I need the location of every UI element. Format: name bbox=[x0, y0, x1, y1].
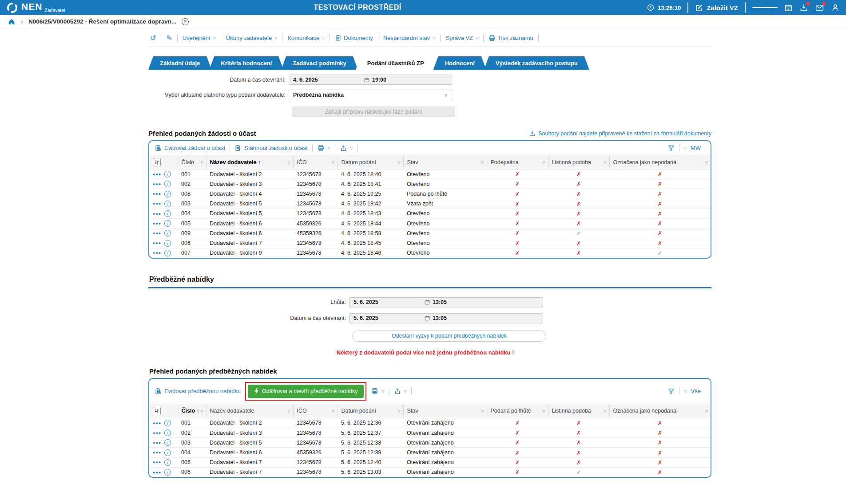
column-header[interactable]: Podepsána▽ bbox=[487, 155, 548, 169]
submission-type-select[interactable]: Předběžná nabídka ∨ bbox=[289, 90, 452, 100]
tab-zadavaci-podminky[interactable]: Zadávací podmínky bbox=[281, 56, 358, 70]
open-datetime-field[interactable]: 4. 6. 2025 19:00 bbox=[289, 75, 452, 85]
table-row[interactable]: ●●●i004Dodavatel - školení 6453593265. 6… bbox=[149, 448, 711, 457]
column-header[interactable]: Listinná podoba▽ bbox=[548, 155, 609, 169]
column-filter-icon[interactable]: ▽ bbox=[332, 160, 334, 164]
column-filter-icon[interactable]: ▽ bbox=[542, 160, 545, 164]
row-menu-icon[interactable]: ●●● bbox=[153, 470, 161, 475]
evidovat-nabidku-button[interactable]: Evidovat předběžnou nabídku bbox=[155, 388, 241, 395]
next-phase-button[interactable]: Zahájit přípravu následující fáze podání bbox=[292, 106, 455, 117]
column-header[interactable]: Listinná podoba▽ bbox=[548, 404, 609, 418]
user-icon[interactable] bbox=[831, 3, 840, 12]
column-header[interactable]: Stav▽ bbox=[403, 404, 487, 418]
menu-uverejneni[interactable]: Uveřejnění▽ bbox=[183, 35, 216, 41]
column-header[interactable]: Název dodavatele▽ bbox=[206, 404, 293, 418]
row-menu-icon[interactable]: ●●● bbox=[153, 201, 161, 206]
breadcrumb-record-title[interactable]: N006/25/V00005292 - Řešení optimalizace … bbox=[28, 18, 176, 25]
row-info-icon[interactable]: i bbox=[164, 459, 171, 466]
table-row[interactable]: ●●●i004Dodavatel - školení 5123456784. 6… bbox=[149, 209, 711, 218]
tab-vysledek-zadavaciho-postupu[interactable]: Výsledek zadávacího postupu bbox=[484, 56, 589, 70]
export-button[interactable]: ▽ bbox=[340, 145, 353, 152]
row-info-icon[interactable]: i bbox=[164, 469, 171, 476]
column-header[interactable]: Číslo▽ bbox=[178, 155, 206, 169]
column-header[interactable]: Název dodavatele ↑▽ bbox=[206, 155, 293, 169]
mail-icon[interactable] bbox=[815, 3, 824, 12]
filter-icon[interactable] bbox=[667, 144, 675, 152]
column-filter-icon[interactable]: ▽ bbox=[332, 409, 334, 413]
row-menu-icon[interactable]: ●●● bbox=[153, 241, 161, 245]
downloads-icon[interactable] bbox=[799, 3, 808, 12]
menu-dokumenty[interactable]: Dokumenty bbox=[335, 35, 373, 41]
menu-nestandardni-stav[interactable]: Nestandardní stav▽ bbox=[383, 35, 436, 41]
tab-podani-ucastniku-zp[interactable]: Podání účastníků ZP bbox=[356, 56, 436, 70]
row-menu-icon[interactable]: ●●● bbox=[153, 450, 161, 455]
column-header[interactable]: Označena jako nepodaná▽ bbox=[609, 404, 711, 418]
row-info-icon[interactable]: i bbox=[164, 171, 171, 177]
column-filter-icon[interactable]: ▽ bbox=[287, 160, 290, 164]
table-row[interactable]: ●●●i003Dodavatel - školení 5123456784. 6… bbox=[149, 199, 711, 209]
table-row[interactable]: ●●●i002Dodavatel - školení 3123456785. 6… bbox=[149, 428, 711, 438]
column-chooser-icon[interactable] bbox=[153, 407, 161, 415]
tab-kriteria-hodnoceni[interactable]: Kritéria hodnocení bbox=[209, 56, 283, 70]
row-menu-icon[interactable]: ●●● bbox=[153, 431, 161, 435]
row-menu-icon[interactable]: ●●● bbox=[153, 221, 161, 226]
history-button[interactable]: ↺ bbox=[150, 35, 156, 42]
column-header[interactable]: Podaná po lhůtě▽ bbox=[487, 404, 548, 418]
chevron-down-icon[interactable]: ▽ bbox=[684, 146, 687, 150]
menu-komunikace[interactable]: Komunikace▽ bbox=[287, 35, 325, 41]
table-row[interactable]: ●●●i001Dodavatel - školení 2123456784. 6… bbox=[149, 169, 711, 179]
row-menu-icon[interactable]: ●●● bbox=[153, 421, 161, 425]
export-button[interactable]: ▽ bbox=[394, 388, 407, 395]
row-info-icon[interactable]: i bbox=[164, 191, 171, 197]
row-menu-icon[interactable]: ●●● bbox=[153, 182, 161, 186]
table-row[interactable]: ●●●i008Dodavatel - školení 4123456784. 6… bbox=[149, 189, 711, 199]
table-row[interactable]: ●●●i007Dodavatel - školení 9123456784. 6… bbox=[149, 248, 711, 258]
column-filter-icon[interactable]: ▽ bbox=[397, 160, 400, 164]
print-table-button[interactable]: ▽ bbox=[317, 144, 330, 152]
download-note-link[interactable]: Soubory podání najdete připravené ke sta… bbox=[529, 130, 711, 137]
column-filter-icon[interactable]: ▽ bbox=[200, 160, 203, 164]
column-chooser-icon[interactable] bbox=[153, 158, 161, 166]
column-header[interactable]: Stav▽ bbox=[403, 155, 487, 169]
print-record-button[interactable]: Tisk záznamu bbox=[489, 35, 533, 42]
print-table-button[interactable]: ▽ bbox=[371, 387, 384, 395]
row-menu-icon[interactable]: ●●● bbox=[153, 441, 161, 445]
filter-preset-label[interactable]: Vše bbox=[691, 388, 701, 394]
create-vz-button[interactable]: Založit VZ bbox=[695, 4, 738, 12]
table-row[interactable]: ●●●i005Dodavatel - školení 6453593264. 6… bbox=[149, 219, 711, 228]
column-filter-icon[interactable]: ▽ bbox=[542, 409, 545, 413]
table-row[interactable]: ●●●i009Dodavatel - školení 6453593264. 6… bbox=[149, 228, 711, 238]
column-header[interactable]: Datum podání▽ bbox=[338, 155, 403, 169]
row-info-icon[interactable]: i bbox=[164, 250, 171, 256]
table-row[interactable]: ●●●i001Dodavatel - školení 2123456785. 6… bbox=[149, 418, 711, 428]
edit-button[interactable]: ✎ bbox=[166, 35, 172, 42]
row-info-icon[interactable]: i bbox=[164, 230, 171, 236]
send-call-button[interactable]: Odeslání výzvy k podání předběžných nabí… bbox=[352, 331, 546, 342]
table-row[interactable]: ●●●i003Dodavatel - školení 5123456785. 6… bbox=[149, 438, 711, 448]
decrypt-open-offers-button[interactable]: Odšifrovat a otevřít předběžné nabídky bbox=[248, 385, 364, 398]
row-menu-icon[interactable]: ●●● bbox=[153, 212, 161, 216]
filter-icon[interactable] bbox=[667, 387, 675, 395]
row-info-icon[interactable]: i bbox=[164, 220, 171, 227]
row-menu-icon[interactable]: ●●● bbox=[153, 192, 161, 196]
column-filter-icon[interactable]: ▽ bbox=[397, 409, 400, 413]
row-info-icon[interactable]: i bbox=[164, 240, 171, 247]
row-info-icon[interactable]: i bbox=[164, 210, 171, 217]
home-icon[interactable] bbox=[8, 18, 16, 26]
column-filter-icon[interactable]: ▽ bbox=[705, 409, 708, 413]
column-filter-icon[interactable]: ▽ bbox=[604, 409, 606, 413]
close-record-icon[interactable]: ✕ bbox=[182, 18, 189, 25]
evidovat-zadost-button[interactable]: Evidovat žádost o účast bbox=[155, 145, 225, 152]
row-info-icon[interactable]: i bbox=[164, 449, 171, 456]
column-header[interactable]: IČO▽ bbox=[293, 404, 338, 418]
column-header[interactable]: Datum podání▽ bbox=[338, 404, 403, 418]
column-header[interactable]: Označena jako nepodaná▽ bbox=[609, 155, 711, 169]
column-filter-icon[interactable]: ▽ bbox=[604, 160, 606, 164]
stahnout-zadosti-button[interactable]: Stáhnout žádosti o účast bbox=[234, 145, 307, 152]
table-row[interactable]: ●●●i002Dodavatel - školení 3123456784. 6… bbox=[149, 179, 711, 189]
chevron-down-icon[interactable]: ▽ bbox=[684, 389, 687, 393]
nen-logo[interactable]: NEN Zadavatel bbox=[6, 2, 65, 14]
lhuta-field[interactable]: 5. 6. 2025 13:05 bbox=[349, 297, 543, 307]
column-filter-icon[interactable]: ▽ bbox=[481, 409, 484, 413]
tab-zakladni-udaje[interactable]: Základní údaje bbox=[148, 56, 211, 70]
